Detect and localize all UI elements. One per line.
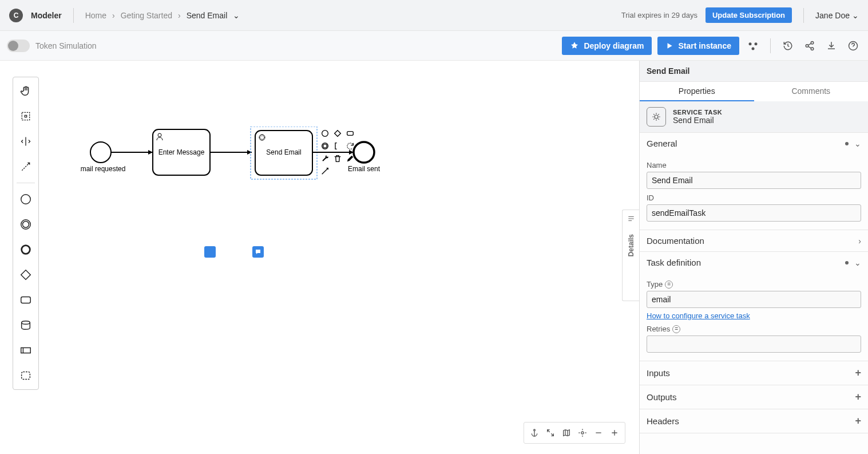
plus-icon[interactable]: + [855, 415, 861, 427]
cluster-icon[interactable] [745, 38, 761, 54]
comment-badge[interactable] [252, 246, 264, 258]
chevron-down-icon: ⌄ [854, 258, 861, 267]
ctx-append-intermediate-event[interactable] [319, 140, 331, 152]
ctx-connect-icon[interactable] [319, 165, 331, 177]
svg-point-1 [755, 42, 758, 45]
tab-comments[interactable]: Comments [754, 82, 869, 101]
section-outputs-header[interactable]: Outputs + [640, 385, 868, 409]
ctx-append-task[interactable] [344, 128, 356, 139]
name-label: Name [647, 161, 861, 169]
start-instance-button[interactable]: Start instance [657, 37, 739, 55]
svg-point-32 [534, 429, 536, 431]
ctx-wrench-icon[interactable] [319, 153, 331, 164]
indicator-dot [845, 142, 849, 145]
chevron-down-icon: ⌄ [852, 11, 859, 20]
breadcrumb-project[interactable]: Geting Started [121, 11, 172, 20]
create-gateway[interactable] [15, 264, 36, 285]
section-documentation-header[interactable]: Documentation › [640, 230, 868, 251]
plus-icon[interactable]: + [855, 391, 861, 403]
variable-icon[interactable]: = [672, 325, 680, 333]
zoom-in-icon[interactable] [607, 425, 623, 441]
element-kind: SERVICE TASK [673, 109, 722, 116]
ctx-append-gateway[interactable] [332, 128, 343, 139]
svg-point-10 [23, 222, 29, 228]
svg-point-33 [581, 432, 584, 434]
tool-palette [13, 77, 39, 390]
id-input[interactable] [647, 204, 861, 222]
share-icon[interactable] [802, 38, 818, 54]
create-group[interactable] [15, 365, 36, 386]
svg-point-4 [806, 44, 808, 47]
trial-status: Trial expires in 29 days [621, 11, 697, 19]
section-general-header[interactable]: General ⌄ [640, 133, 868, 154]
comment-badge[interactable] [204, 246, 216, 258]
section-documentation: Documentation › [640, 230, 868, 252]
minimap-icon[interactable] [558, 425, 574, 441]
svg-point-28 [322, 131, 328, 137]
element-card: SERVICE TASK Send Email [640, 101, 868, 133]
svg-rect-29 [347, 132, 354, 136]
section-inputs-header[interactable]: Inputs + [640, 361, 868, 385]
hand-tool[interactable] [15, 81, 36, 101]
name-input[interactable] [647, 172, 861, 189]
svg-marker-17 [148, 150, 153, 155]
svg-rect-14 [22, 372, 30, 380]
svg-point-5 [811, 48, 814, 50]
ctx-annotation[interactable] [332, 140, 343, 152]
tab-properties[interactable]: Properties [640, 82, 754, 101]
chevron-down-icon[interactable]: ⌄ [233, 11, 240, 20]
service-task-help-link[interactable]: How to configure a service task [647, 311, 750, 320]
diagram-canvas[interactable]: Email requested Enter Message Send Email [0, 61, 639, 454]
history-icon[interactable] [780, 38, 796, 54]
task-enter-message-label: Enter Message [158, 148, 205, 156]
indicator-dot [845, 261, 849, 264]
retries-input[interactable] [647, 335, 861, 353]
zoom-out-icon[interactable] [590, 425, 607, 441]
rocket-icon [570, 41, 579, 50]
deploy-diagram-button[interactable]: Deploy diagram [562, 37, 652, 55]
variable-icon[interactable]: = [665, 281, 673, 289]
create-start-event[interactable] [15, 189, 36, 210]
help-icon[interactable] [845, 38, 861, 54]
ctx-color-icon[interactable] [344, 153, 356, 164]
svg-point-34 [655, 115, 658, 119]
details-tab[interactable]: Details [622, 210, 639, 301]
plus-icon[interactable]: + [855, 367, 861, 379]
app-logo[interactable]: C [9, 9, 23, 22]
update-subscription-button[interactable]: Update Subscription [706, 7, 792, 23]
create-task[interactable] [15, 290, 36, 310]
token-simulation-toggle[interactable] [7, 40, 30, 52]
create-intermediate-event[interactable] [15, 214, 36, 235]
space-tool[interactable] [15, 131, 36, 152]
type-label: Type = [647, 280, 861, 289]
breadcrumb-current[interactable]: Send Email [187, 11, 228, 20]
section-headers-header[interactable]: Headers + [640, 409, 868, 433]
ctx-delete-icon[interactable] [332, 153, 343, 164]
create-data-store[interactable] [15, 315, 36, 335]
ctx-append-start-event[interactable] [319, 128, 331, 139]
token-simulation-label: Token Simulation [35, 41, 97, 50]
app-name: Modeler [31, 11, 62, 20]
section-general: General ⌄ Name ID [640, 133, 868, 230]
service-task-icon [647, 107, 666, 127]
breadcrumb-home[interactable]: Home [85, 11, 106, 20]
download-icon[interactable] [823, 38, 839, 54]
create-participant[interactable] [15, 340, 36, 361]
type-input[interactable] [647, 291, 861, 308]
section-inputs: Inputs + [640, 361, 868, 385]
fullscreen-icon[interactable] [542, 425, 558, 441]
anchor-icon[interactable] [526, 425, 542, 441]
create-end-event[interactable] [15, 239, 36, 260]
section-taskdef-header[interactable]: Task definition ⌄ [640, 252, 868, 273]
user-menu[interactable]: Jane Doe ⌄ [815, 11, 859, 20]
chevron-right-icon: › [858, 236, 861, 246]
ctx-replace[interactable] [344, 140, 356, 152]
chevron-right-icon: › [178, 11, 181, 20]
global-connect-tool[interactable] [15, 156, 36, 177]
view-controls [524, 422, 625, 444]
list-icon [627, 215, 635, 223]
lasso-tool[interactable] [15, 106, 36, 127]
reset-zoom-icon[interactable] [574, 425, 590, 441]
svg-rect-12 [21, 297, 31, 303]
properties-panel: Send Email Properties Comments SERVICE T… [639, 61, 868, 454]
